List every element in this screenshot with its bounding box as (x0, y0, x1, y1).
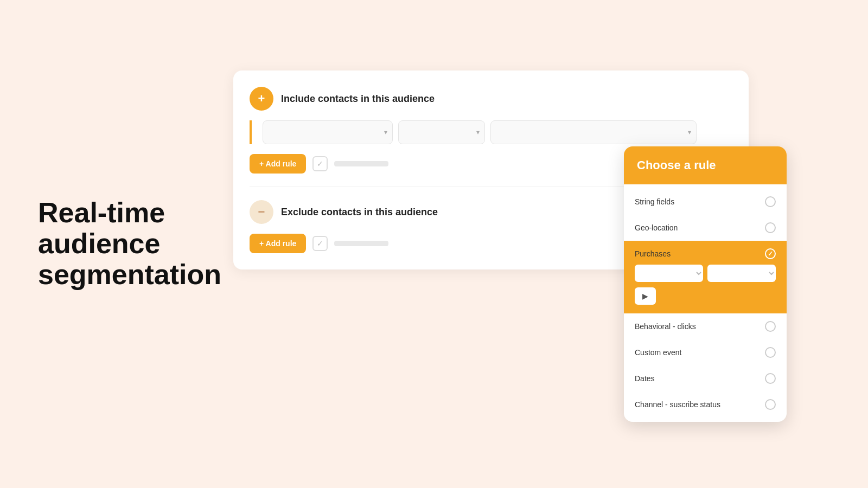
exclude-placeholder (334, 241, 388, 246)
rule-item-custom-event-label: Custom event (635, 348, 681, 357)
rule-item-channel-subscribe-label: Channel - suscribe status (635, 400, 720, 409)
rule-list: String fields Geo-location Purchases (624, 184, 787, 422)
rule-panel-title: Choose a rule (637, 158, 774, 172)
rule-panel: Choose a rule String fields Geo-location… (624, 146, 787, 422)
purchases-action-btn[interactable]: ▶ (635, 287, 656, 305)
rule-item-geo-location[interactable]: Geo-location (624, 215, 787, 241)
include-select-1[interactable] (263, 120, 393, 144)
include-section-header: + Include contacts in this audience (250, 87, 732, 111)
purchases-header: Purchases (635, 248, 776, 259)
purchases-btn-row: ▶ (635, 287, 776, 305)
purchases-select-2[interactable] (707, 265, 776, 282)
include-select-wrapper-1 (263, 120, 393, 144)
exclude-section-title: Exclude contacts in this audience (281, 207, 438, 218)
rule-item-geo-location-label: Geo-location (635, 223, 678, 232)
purchases-select-1[interactable] (635, 265, 703, 282)
include-section-title: Include contacts in this audience (281, 93, 435, 105)
include-add-rule-button[interactable]: + Add rule (250, 154, 306, 174)
include-toggle-button[interactable]: + (250, 87, 273, 111)
rule-item-dates-label: Dates (635, 374, 655, 383)
rule-item-behavioral-clicks-radio (765, 321, 776, 332)
rule-item-string-fields-label: String fields (635, 197, 674, 206)
hero-section: Real-time audience segmentation (38, 197, 212, 291)
rule-item-purchases-radio (765, 248, 776, 259)
purchases-fields (635, 265, 776, 282)
rule-item-custom-event[interactable]: Custom event (624, 339, 787, 365)
include-select-wrapper-2 (398, 120, 485, 144)
exclude-check-box[interactable]: ✓ (312, 236, 328, 251)
rule-item-purchases-label: Purchases (635, 249, 671, 258)
arrow-icon: ▶ (642, 292, 648, 300)
rule-item-purchases[interactable]: Purchases ▶ (624, 241, 787, 313)
rule-item-channel-subscribe[interactable]: Channel - suscribe status (624, 391, 787, 418)
rule-item-dates[interactable]: Dates (624, 365, 787, 391)
rule-item-string-fields[interactable]: String fields (624, 189, 787, 215)
rule-item-dates-radio (765, 373, 776, 384)
rule-item-channel-subscribe-radio (765, 399, 776, 410)
include-rule-row (250, 120, 732, 144)
rule-item-custom-event-radio (765, 347, 776, 358)
hero-title: Real-time audience segmentation (38, 197, 212, 291)
include-check-box[interactable]: ✓ (312, 156, 328, 171)
rule-panel-header: Choose a rule (624, 146, 787, 184)
rule-item-behavioral-clicks[interactable]: Behavioral - clicks (624, 313, 787, 339)
rule-item-behavioral-clicks-label: Behavioral - clicks (635, 322, 696, 331)
include-placeholder (334, 161, 388, 166)
include-select-wrapper-3 (490, 120, 697, 144)
rule-item-geo-location-radio (765, 222, 776, 233)
exclude-toggle-button[interactable]: − (250, 200, 273, 224)
include-select-3[interactable] (490, 120, 697, 144)
rule-item-string-fields-radio (765, 196, 776, 207)
exclude-add-rule-button[interactable]: + Add rule (250, 234, 306, 253)
include-select-2[interactable] (398, 120, 485, 144)
